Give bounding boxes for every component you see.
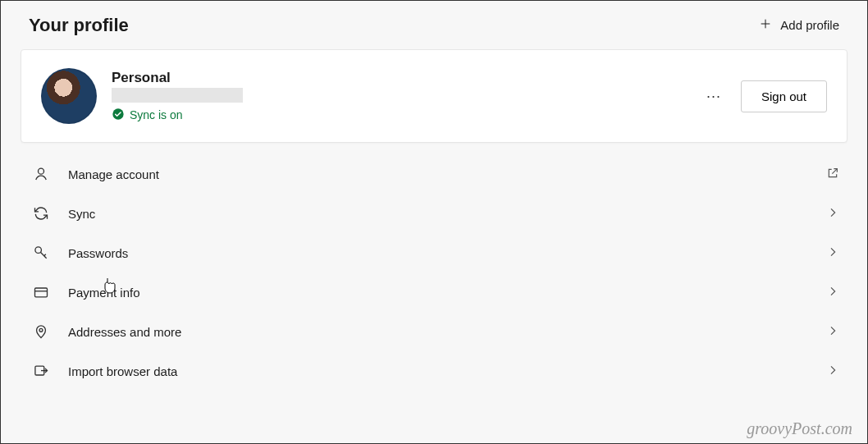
sync-status: Sync is on <box>112 108 701 123</box>
external-link-icon <box>826 167 839 182</box>
menu-import-browser-data[interactable]: Import browser data <box>21 351 847 391</box>
menu-payment-info[interactable]: Payment info <box>21 272 847 312</box>
more-button[interactable]: ··· <box>701 85 726 108</box>
menu-label: Sync <box>68 207 826 221</box>
add-profile-button[interactable]: Add profile <box>751 12 847 38</box>
menu-label: Addresses and more <box>68 325 826 339</box>
menu-label: Manage account <box>68 167 826 181</box>
profile-card: Personal Sync is on ··· Sign out <box>21 49 847 143</box>
profile-menu: Manage account Sync Passwords Payment in… <box>21 154 847 391</box>
chevron-right-icon <box>826 324 839 340</box>
svg-point-3 <box>39 168 44 174</box>
svg-point-4 <box>35 247 42 254</box>
profile-name: Personal <box>112 70 701 86</box>
svg-rect-5 <box>35 288 48 297</box>
plus-icon <box>759 17 772 33</box>
check-circle-icon <box>112 108 125 123</box>
menu-manage-account[interactable]: Manage account <box>21 154 847 194</box>
page-header: Your profile Add profile <box>1 1 867 46</box>
key-icon <box>32 245 50 261</box>
person-icon <box>32 166 50 182</box>
menu-label: Payment info <box>68 286 826 300</box>
sign-out-button[interactable]: Sign out <box>741 80 827 112</box>
menu-addresses[interactable]: Addresses and more <box>21 312 847 351</box>
chevron-right-icon <box>826 206 839 222</box>
import-icon <box>32 363 50 379</box>
card-actions: ··· Sign out <box>701 80 827 112</box>
chevron-right-icon <box>826 245 839 261</box>
sync-status-label: Sync is on <box>130 108 183 121</box>
profile-email-redacted <box>112 88 243 103</box>
location-icon <box>32 323 50 340</box>
chevron-right-icon <box>826 364 839 379</box>
add-profile-label: Add profile <box>780 18 839 32</box>
chevron-right-icon <box>826 285 839 300</box>
svg-point-7 <box>39 328 43 332</box>
menu-label: Passwords <box>68 246 826 260</box>
menu-passwords[interactable]: Passwords <box>21 233 847 272</box>
watermark: groovyPost.com <box>747 419 852 438</box>
credit-card-icon <box>32 284 50 300</box>
profile-info: Personal Sync is on <box>112 70 701 123</box>
page-title: Your profile <box>29 15 129 36</box>
avatar <box>41 68 97 124</box>
menu-label: Import browser data <box>68 364 826 378</box>
refresh-icon <box>32 205 50 222</box>
menu-sync[interactable]: Sync <box>21 194 847 233</box>
